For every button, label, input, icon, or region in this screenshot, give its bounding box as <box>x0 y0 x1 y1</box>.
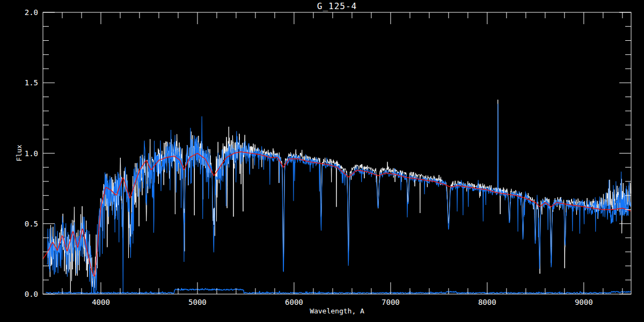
x-tick-label: 8000 <box>478 298 496 306</box>
x-tick-label: 7000 <box>382 298 400 306</box>
y-tick-label: 0.5 <box>25 219 38 228</box>
y-tick-label: 2.0 <box>25 8 38 17</box>
y-tick-label: 1.0 <box>25 149 38 158</box>
y-axis-label: Flux <box>15 144 23 161</box>
x-tick-label: 5000 <box>188 298 207 306</box>
y-tick-label: 0.0 <box>25 290 38 298</box>
x-tick-label: 4000 <box>92 298 110 306</box>
x-axis-label: Wavelength, A <box>310 307 364 315</box>
x-tick-label: 6000 <box>285 298 303 306</box>
y-tick-label: 1.5 <box>25 78 38 87</box>
x-tick-label: 9000 <box>575 298 593 306</box>
spectrum-plot-canvas: 400050006000700080009000 0.00.51.01.52.0… <box>0 0 644 322</box>
spectrum-plot-figure: 400050006000700080009000 0.00.51.01.52.0… <box>0 0 644 322</box>
plot-title: G_125-4 <box>317 1 357 11</box>
